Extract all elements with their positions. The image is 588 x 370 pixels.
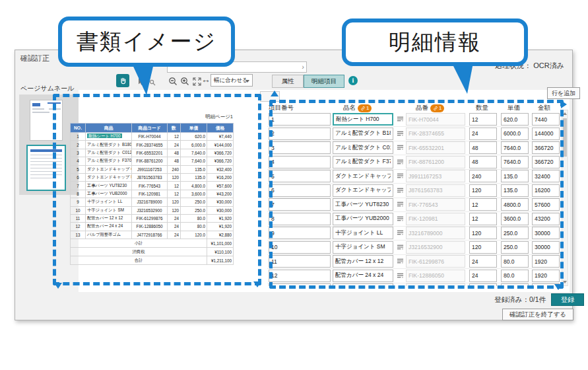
item-name-input[interactable] <box>333 113 393 126</box>
doc-table-cell[interactable]: 250.0 <box>181 206 207 214</box>
doc-table-cell[interactable]: 135.0 <box>181 165 207 173</box>
doc-table-cell[interactable]: 12 <box>168 133 181 141</box>
doc-table-cell[interactable]: 24 <box>168 214 181 222</box>
amount-input[interactable] <box>532 227 560 239</box>
unit-price-input[interactable] <box>501 113 529 126</box>
unit-price-input[interactable] <box>501 270 529 282</box>
doc-table-cell[interactable]: FIK-61299876 <box>132 214 168 222</box>
amount-input[interactable] <box>532 113 560 126</box>
name-candidates-button[interactable] <box>395 228 405 238</box>
amount-input[interactable] <box>532 128 560 140</box>
doc-table-cell[interactable]: 配管カバー 12 x 12 <box>86 214 132 222</box>
doc-table-cell[interactable]: 6,000.0 <box>181 141 207 149</box>
doc-table-cell[interactable]: 8 <box>71 190 86 198</box>
item-no-input[interactable] <box>269 184 331 197</box>
name-candidates-button[interactable] <box>395 271 405 281</box>
qty-input[interactable] <box>469 270 497 282</box>
qty-input[interactable] <box>469 255 497 268</box>
doc-table-cell[interactable]: ¥16,200 <box>207 173 234 181</box>
doc-table-cell[interactable]: J3216532900 <box>132 206 168 214</box>
doc-table-cell[interactable]: ¥144,000 <box>207 141 234 149</box>
doc-table-cell[interactable]: 135.0 <box>181 173 207 181</box>
doc-table-cell[interactable]: 120 <box>168 173 181 181</box>
item-no-input[interactable] <box>269 213 331 225</box>
doc-table-cell[interactable]: ¥2,880 <box>207 231 234 239</box>
item-no-input[interactable] <box>269 141 331 154</box>
info-icon[interactable]: i <box>348 76 358 85</box>
amount-input[interactable] <box>532 241 560 254</box>
add-row-button[interactable]: 行を追加 <box>547 87 580 99</box>
name-candidates-button[interactable] <box>395 157 405 167</box>
unit-price-input[interactable] <box>501 227 529 239</box>
doc-table-cell[interactable]: ¥1,920 <box>207 223 234 231</box>
doc-table-cell[interactable]: ¥57,600 <box>207 182 234 190</box>
doc-table-cell[interactable]: 620.0 <box>181 133 207 141</box>
doc-table-cell[interactable]: FIK-12886050 <box>132 223 168 231</box>
unit-price-input[interactable] <box>501 213 529 225</box>
doc-table-cell[interactable]: 80.0 <box>181 223 207 231</box>
qty-input[interactable] <box>469 283 497 286</box>
linked-field-highlight[interactable]: 耐熱シート H700 <box>87 133 122 138</box>
doc-table-cell[interactable]: 9 <box>71 198 86 206</box>
name-candidates-button[interactable] <box>395 129 405 139</box>
unit-price-input[interactable] <box>501 170 529 182</box>
item-no-input[interactable] <box>269 270 331 282</box>
doc-table-cell[interactable]: 1 <box>71 133 86 141</box>
doc-table-cell[interactable]: 7,640.0 <box>181 149 207 157</box>
doc-table-cell[interactable]: 48 <box>168 149 181 157</box>
doc-table-cell[interactable]: 十字ジョイント SM <box>86 206 132 214</box>
item-name-input[interactable] <box>333 227 393 239</box>
doc-table-cell[interactable]: J8761563783 <box>132 173 168 181</box>
doc-table-cell[interactable]: 工事パーツ YUT8230 <box>86 182 132 190</box>
amount-input[interactable] <box>532 141 560 154</box>
doc-table-cell[interactable]: ¥30,000 <box>207 198 234 206</box>
tab-attributes[interactable]: 属性 <box>272 75 304 88</box>
doc-table-cell[interactable]: FIK-120981 <box>132 190 168 198</box>
qty-input[interactable] <box>469 113 497 126</box>
qty-input[interactable] <box>469 184 497 197</box>
name-candidates-button[interactable] <box>395 171 405 181</box>
doc-table-cell[interactable]: アルミ配管ダクト B1800 <box>86 141 132 149</box>
doc-table-cell[interactable]: 12 <box>168 190 181 198</box>
doc-table-cell[interactable]: 3,600.0 <box>181 190 207 198</box>
thumbnail-page-1[interactable] <box>30 100 63 141</box>
doc-table-cell[interactable]: ¥366,720 <box>207 157 234 165</box>
chevron-right-icon[interactable]: › <box>299 61 307 73</box>
item-name-input[interactable] <box>333 184 393 197</box>
unit-price-input[interactable] <box>501 255 529 268</box>
doc-table-cell[interactable]: ¥30,000 <box>207 206 234 214</box>
doc-table-cell[interactable]: 3 <box>71 149 86 157</box>
doc-table-cell[interactable]: 5 <box>71 165 86 173</box>
item-no-input[interactable] <box>269 227 331 239</box>
amount-input[interactable] <box>532 184 560 197</box>
unit-price-input[interactable] <box>501 184 529 197</box>
doc-table-cell[interactable]: 2 <box>71 141 86 149</box>
doc-table-cell[interactable]: 12 <box>71 223 86 231</box>
doc-table-cell[interactable]: ¥1,920 <box>207 214 234 222</box>
doc-table-cell[interactable]: ¥366,720 <box>207 149 234 157</box>
amount-input[interactable] <box>532 270 560 282</box>
doc-table-cell[interactable]: 250.0 <box>181 198 207 206</box>
unit-price-input[interactable] <box>501 241 529 254</box>
item-no-input[interactable] <box>269 283 331 286</box>
unit-price-input[interactable] <box>501 156 529 168</box>
item-name-input[interactable] <box>333 255 393 268</box>
doc-table-cell[interactable]: FIK-28374655 <box>132 141 168 149</box>
doc-table-cell[interactable]: 11 <box>71 214 86 222</box>
qty-input[interactable] <box>469 213 497 225</box>
thumbnail-page-2-selected[interactable] <box>26 145 66 191</box>
item-no-input[interactable] <box>269 128 331 140</box>
item-name-input[interactable] <box>333 170 393 182</box>
doc-table-cell[interactable]: 120 <box>168 206 181 214</box>
qty-input[interactable] <box>469 198 497 211</box>
amount-input[interactable] <box>532 156 560 168</box>
doc-table-cell[interactable]: 4 <box>71 157 86 165</box>
register-button[interactable]: 登録 <box>551 293 584 306</box>
tab-detail-items[interactable]: 明細項目 <box>304 75 344 88</box>
doc-table-cell[interactable]: 120 <box>168 198 181 206</box>
doc-table-cell[interactable]: 48 <box>168 157 181 165</box>
item-name-input[interactable] <box>333 241 393 254</box>
name-candidates-button[interactable] <box>395 285 405 286</box>
qty-input[interactable] <box>469 227 497 239</box>
item-no-input[interactable] <box>269 255 331 268</box>
